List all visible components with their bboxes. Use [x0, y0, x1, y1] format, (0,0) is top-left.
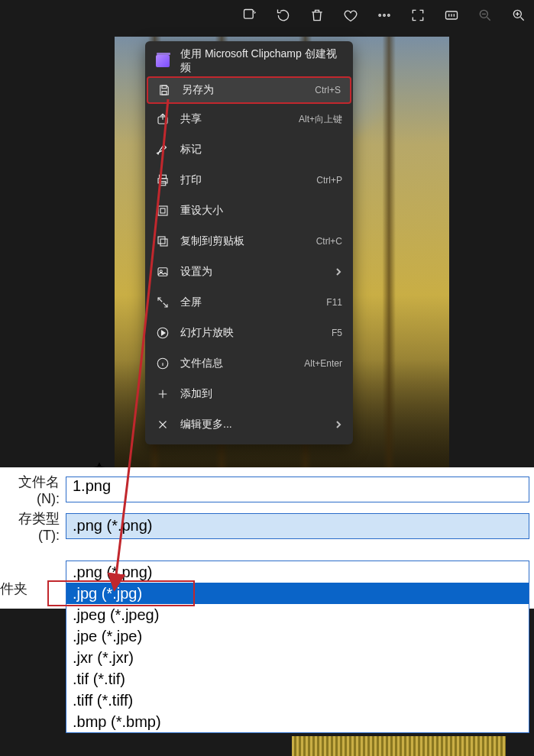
menu-shortcut: Alt+向上键 [299, 113, 342, 126]
filetype-select[interactable]: .png (*.png) [66, 513, 529, 539]
clipchamp-icon [156, 54, 170, 68]
menu-label: 添加到 [180, 387, 342, 401]
actual-size-icon[interactable] [444, 8, 459, 23]
menu-shortcut: Alt+Enter [304, 358, 342, 369]
menu-file-info[interactable]: 文件信息 Alt+Enter [145, 348, 353, 379]
filetype-option[interactable]: .jxr (*.jxr) [66, 647, 529, 668]
filetype-dropdown: .png (*.png) .jpg (*.jpg) .jpeg (*.jpeg)… [66, 561, 529, 733]
svg-point-1 [379, 15, 381, 17]
menu-print[interactable]: 打印 Ctrl+P [145, 165, 353, 195]
rotate-icon[interactable] [276, 8, 291, 23]
menu-shortcut: Ctrl+S [315, 85, 341, 95]
menu-set-as[interactable]: 设置为 [145, 257, 353, 287]
filetype-option[interactable]: .jpeg (*.jpeg) [66, 604, 529, 625]
menu-shortcut: Ctrl+C [316, 236, 342, 247]
folder-label: 件夹 [0, 580, 28, 598]
zoom-in-icon[interactable] [511, 8, 526, 23]
svg-rect-10 [160, 175, 167, 179]
zoom-out-icon[interactable] [477, 8, 493, 23]
menu-share[interactable]: 共享 Alt+向上键 [145, 104, 353, 134]
menu-label: 编辑更多... [180, 418, 324, 431]
menu-label: 标记 [180, 143, 342, 157]
menu-shortcut: F5 [332, 328, 342, 338]
fullscreen-icon[interactable] [410, 8, 426, 23]
menu-label: 另存为 [182, 83, 304, 97]
marker-icon [156, 143, 170, 157]
setas-icon [156, 265, 170, 279]
svg-rect-8 [162, 92, 167, 95]
menu-clipchamp[interactable]: 使用 Microsoft Clipchamp 创建视频 [145, 46, 353, 76]
slideshow-icon [156, 326, 170, 340]
menu-label: 打印 [180, 173, 306, 187]
menu-add-to[interactable]: 添加到 [145, 379, 353, 409]
menu-fullscreen[interactable]: 全屏 F11 [145, 287, 353, 318]
heart-icon[interactable] [343, 8, 358, 23]
edit-more-icon [156, 418, 170, 431]
svg-rect-13 [158, 206, 167, 215]
filetype-option[interactable]: .bmp (*.bmp) [66, 711, 529, 732]
filename-input[interactable]: 1.png [66, 477, 529, 502]
plus-icon [156, 387, 170, 401]
menu-label: 幻灯片放映 [180, 326, 321, 340]
menu-shortcut: Ctrl+P [316, 175, 342, 186]
chevron-right-icon [335, 266, 342, 278]
thumbnail-strip [292, 736, 506, 756]
more-icon[interactable] [377, 8, 392, 23]
filetype-option[interactable]: .jpe (*.jpe) [66, 625, 529, 647]
svg-rect-16 [158, 237, 165, 244]
edit-sparkle-icon[interactable] [242, 8, 257, 23]
menu-label: 重设大小 [180, 204, 342, 218]
svg-rect-7 [162, 86, 167, 89]
resize-icon [156, 204, 170, 218]
filename-row: 文件名(N): 1.png [0, 475, 534, 504]
svg-rect-0 [244, 10, 254, 19]
filetype-label: 存类型(T): [0, 509, 66, 544]
expand-icon [156, 296, 170, 309]
copy-icon [156, 234, 170, 248]
svg-point-3 [388, 15, 390, 17]
filetype-option[interactable]: .jpg (*.jpg) [66, 583, 529, 604]
menu-label: 使用 Microsoft Clipchamp 创建视频 [180, 47, 342, 75]
svg-rect-15 [160, 239, 167, 246]
svg-point-2 [384, 15, 386, 17]
save-icon [157, 83, 171, 97]
menu-label: 文件信息 [180, 357, 293, 370]
menu-label: 全屏 [180, 296, 316, 309]
filetype-row: 存类型(T): .png (*.png) [0, 512, 534, 541]
filetype-option[interactable]: .tiff (*.tiff) [66, 690, 529, 711]
share-icon [156, 112, 170, 126]
filename-label: 文件名(N): [0, 473, 66, 507]
info-icon [156, 357, 170, 370]
filetype-option[interactable]: .png (*.png) [66, 561, 529, 583]
print-icon [156, 173, 170, 187]
filetype-option[interactable]: .tif (*.tif) [66, 668, 529, 690]
trash-icon[interactable] [309, 8, 325, 23]
menu-label: 复制到剪贴板 [180, 234, 306, 248]
svg-rect-14 [160, 208, 165, 213]
menu-save-as[interactable]: 另存为 Ctrl+S [147, 76, 351, 104]
menu-shortcut: F11 [326, 297, 342, 308]
menu-label: 设置为 [180, 265, 324, 279]
menu-copy[interactable]: 复制到剪贴板 Ctrl+C [145, 226, 353, 257]
menu-resize[interactable]: 重设大小 [145, 195, 353, 226]
chevron-right-icon [335, 418, 342, 431]
menu-marker[interactable]: 标记 [145, 134, 353, 165]
menu-slideshow[interactable]: 幻灯片放映 F5 [145, 318, 353, 348]
photo-toolbar [242, 8, 526, 23]
context-menu: 使用 Microsoft Clipchamp 创建视频 另存为 Ctrl+S 共… [145, 41, 353, 444]
menu-edit-more[interactable]: 编辑更多... [145, 409, 353, 440]
menu-label: 共享 [180, 112, 288, 126]
svg-rect-17 [158, 268, 167, 276]
